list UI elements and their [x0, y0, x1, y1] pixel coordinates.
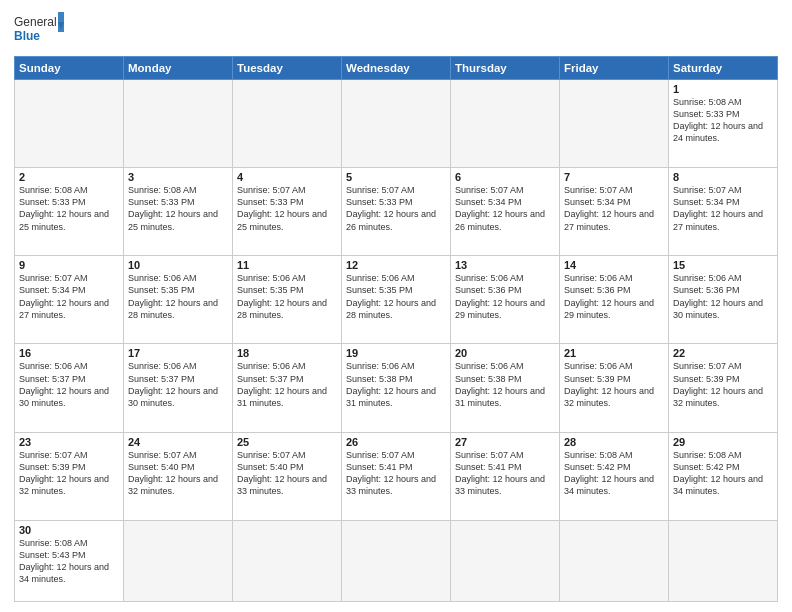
calendar-cell: 1Sunrise: 5:08 AM Sunset: 5:33 PM Daylig…: [669, 80, 778, 168]
day-number: 20: [455, 347, 555, 359]
calendar-cell: 12Sunrise: 5:06 AM Sunset: 5:35 PM Dayli…: [342, 256, 451, 344]
day-number: 1: [673, 83, 773, 95]
day-number: 28: [564, 436, 664, 448]
calendar-cell: 25Sunrise: 5:07 AM Sunset: 5:40 PM Dayli…: [233, 432, 342, 520]
calendar-cell: 10Sunrise: 5:06 AM Sunset: 5:35 PM Dayli…: [124, 256, 233, 344]
weekday-header-monday: Monday: [124, 57, 233, 80]
day-info: Sunrise: 5:06 AM Sunset: 5:36 PM Dayligh…: [455, 272, 555, 321]
day-number: 2: [19, 171, 119, 183]
calendar-cell: [342, 520, 451, 601]
weekday-header-friday: Friday: [560, 57, 669, 80]
calendar-week-row: 9Sunrise: 5:07 AM Sunset: 5:34 PM Daylig…: [15, 256, 778, 344]
calendar-cell: 18Sunrise: 5:06 AM Sunset: 5:37 PM Dayli…: [233, 344, 342, 432]
calendar-cell: [451, 80, 560, 168]
day-info: Sunrise: 5:08 AM Sunset: 5:43 PM Dayligh…: [19, 537, 119, 586]
calendar-week-row: 16Sunrise: 5:06 AM Sunset: 5:37 PM Dayli…: [15, 344, 778, 432]
calendar-cell: 20Sunrise: 5:06 AM Sunset: 5:38 PM Dayli…: [451, 344, 560, 432]
calendar-week-row: 1Sunrise: 5:08 AM Sunset: 5:33 PM Daylig…: [15, 80, 778, 168]
calendar-cell: 13Sunrise: 5:06 AM Sunset: 5:36 PM Dayli…: [451, 256, 560, 344]
calendar-week-row: 30Sunrise: 5:08 AM Sunset: 5:43 PM Dayli…: [15, 520, 778, 601]
day-number: 16: [19, 347, 119, 359]
calendar-cell: 28Sunrise: 5:08 AM Sunset: 5:42 PM Dayli…: [560, 432, 669, 520]
day-number: 9: [19, 259, 119, 271]
calendar-cell: 26Sunrise: 5:07 AM Sunset: 5:41 PM Dayli…: [342, 432, 451, 520]
calendar-cell: 5Sunrise: 5:07 AM Sunset: 5:33 PM Daylig…: [342, 168, 451, 256]
day-number: 19: [346, 347, 446, 359]
day-info: Sunrise: 5:08 AM Sunset: 5:42 PM Dayligh…: [564, 449, 664, 498]
day-info: Sunrise: 5:08 AM Sunset: 5:33 PM Dayligh…: [673, 96, 773, 145]
day-info: Sunrise: 5:06 AM Sunset: 5:35 PM Dayligh…: [237, 272, 337, 321]
calendar-cell: 4Sunrise: 5:07 AM Sunset: 5:33 PM Daylig…: [233, 168, 342, 256]
day-info: Sunrise: 5:07 AM Sunset: 5:40 PM Dayligh…: [128, 449, 228, 498]
calendar-cell: 29Sunrise: 5:08 AM Sunset: 5:42 PM Dayli…: [669, 432, 778, 520]
calendar-cell: 27Sunrise: 5:07 AM Sunset: 5:41 PM Dayli…: [451, 432, 560, 520]
day-number: 6: [455, 171, 555, 183]
day-number: 26: [346, 436, 446, 448]
page: General Blue SundayMondayTuesdayWednesda…: [0, 0, 792, 612]
day-info: Sunrise: 5:06 AM Sunset: 5:38 PM Dayligh…: [346, 360, 446, 409]
calendar-table: SundayMondayTuesdayWednesdayThursdayFrid…: [14, 56, 778, 602]
header: General Blue: [14, 10, 778, 50]
day-info: Sunrise: 5:06 AM Sunset: 5:37 PM Dayligh…: [19, 360, 119, 409]
calendar-week-row: 2Sunrise: 5:08 AM Sunset: 5:33 PM Daylig…: [15, 168, 778, 256]
day-number: 7: [564, 171, 664, 183]
calendar-header-row: SundayMondayTuesdayWednesdayThursdayFrid…: [15, 57, 778, 80]
calendar-cell: [233, 520, 342, 601]
calendar-cell: 8Sunrise: 5:07 AM Sunset: 5:34 PM Daylig…: [669, 168, 778, 256]
day-info: Sunrise: 5:07 AM Sunset: 5:34 PM Dayligh…: [19, 272, 119, 321]
day-info: Sunrise: 5:06 AM Sunset: 5:36 PM Dayligh…: [564, 272, 664, 321]
calendar-cell: [560, 520, 669, 601]
day-number: 11: [237, 259, 337, 271]
calendar-cell: 23Sunrise: 5:07 AM Sunset: 5:39 PM Dayli…: [15, 432, 124, 520]
logo: General Blue: [14, 10, 64, 50]
day-number: 4: [237, 171, 337, 183]
day-number: 3: [128, 171, 228, 183]
calendar-cell: 15Sunrise: 5:06 AM Sunset: 5:36 PM Dayli…: [669, 256, 778, 344]
day-info: Sunrise: 5:07 AM Sunset: 5:34 PM Dayligh…: [673, 184, 773, 233]
calendar-cell: 7Sunrise: 5:07 AM Sunset: 5:34 PM Daylig…: [560, 168, 669, 256]
day-number: 25: [237, 436, 337, 448]
day-info: Sunrise: 5:08 AM Sunset: 5:33 PM Dayligh…: [19, 184, 119, 233]
calendar-cell: [342, 80, 451, 168]
day-info: Sunrise: 5:07 AM Sunset: 5:33 PM Dayligh…: [237, 184, 337, 233]
day-info: Sunrise: 5:07 AM Sunset: 5:41 PM Dayligh…: [455, 449, 555, 498]
weekday-header-thursday: Thursday: [451, 57, 560, 80]
day-number: 14: [564, 259, 664, 271]
calendar-cell: 19Sunrise: 5:06 AM Sunset: 5:38 PM Dayli…: [342, 344, 451, 432]
day-number: 12: [346, 259, 446, 271]
calendar-cell: 3Sunrise: 5:08 AM Sunset: 5:33 PM Daylig…: [124, 168, 233, 256]
svg-text:Blue: Blue: [14, 29, 40, 43]
calendar-cell: [124, 520, 233, 601]
day-number: 27: [455, 436, 555, 448]
day-number: 15: [673, 259, 773, 271]
svg-text:General: General: [14, 15, 57, 29]
calendar-cell: 2Sunrise: 5:08 AM Sunset: 5:33 PM Daylig…: [15, 168, 124, 256]
day-number: 5: [346, 171, 446, 183]
day-number: 8: [673, 171, 773, 183]
day-info: Sunrise: 5:06 AM Sunset: 5:36 PM Dayligh…: [673, 272, 773, 321]
calendar-cell: 9Sunrise: 5:07 AM Sunset: 5:34 PM Daylig…: [15, 256, 124, 344]
calendar-cell: 6Sunrise: 5:07 AM Sunset: 5:34 PM Daylig…: [451, 168, 560, 256]
day-number: 29: [673, 436, 773, 448]
calendar-cell: [451, 520, 560, 601]
day-info: Sunrise: 5:06 AM Sunset: 5:39 PM Dayligh…: [564, 360, 664, 409]
calendar-cell: 17Sunrise: 5:06 AM Sunset: 5:37 PM Dayli…: [124, 344, 233, 432]
day-info: Sunrise: 5:07 AM Sunset: 5:34 PM Dayligh…: [564, 184, 664, 233]
day-number: 21: [564, 347, 664, 359]
day-number: 30: [19, 524, 119, 536]
calendar-cell: 14Sunrise: 5:06 AM Sunset: 5:36 PM Dayli…: [560, 256, 669, 344]
weekday-header-tuesday: Tuesday: [233, 57, 342, 80]
calendar-cell: [233, 80, 342, 168]
day-info: Sunrise: 5:06 AM Sunset: 5:38 PM Dayligh…: [455, 360, 555, 409]
day-number: 10: [128, 259, 228, 271]
calendar-cell: [669, 520, 778, 601]
day-info: Sunrise: 5:08 AM Sunset: 5:42 PM Dayligh…: [673, 449, 773, 498]
weekday-header-wednesday: Wednesday: [342, 57, 451, 80]
day-number: 17: [128, 347, 228, 359]
calendar-week-row: 23Sunrise: 5:07 AM Sunset: 5:39 PM Dayli…: [15, 432, 778, 520]
day-info: Sunrise: 5:07 AM Sunset: 5:39 PM Dayligh…: [19, 449, 119, 498]
calendar-cell: 16Sunrise: 5:06 AM Sunset: 5:37 PM Dayli…: [15, 344, 124, 432]
day-info: Sunrise: 5:07 AM Sunset: 5:41 PM Dayligh…: [346, 449, 446, 498]
day-info: Sunrise: 5:07 AM Sunset: 5:33 PM Dayligh…: [346, 184, 446, 233]
calendar-cell: 21Sunrise: 5:06 AM Sunset: 5:39 PM Dayli…: [560, 344, 669, 432]
